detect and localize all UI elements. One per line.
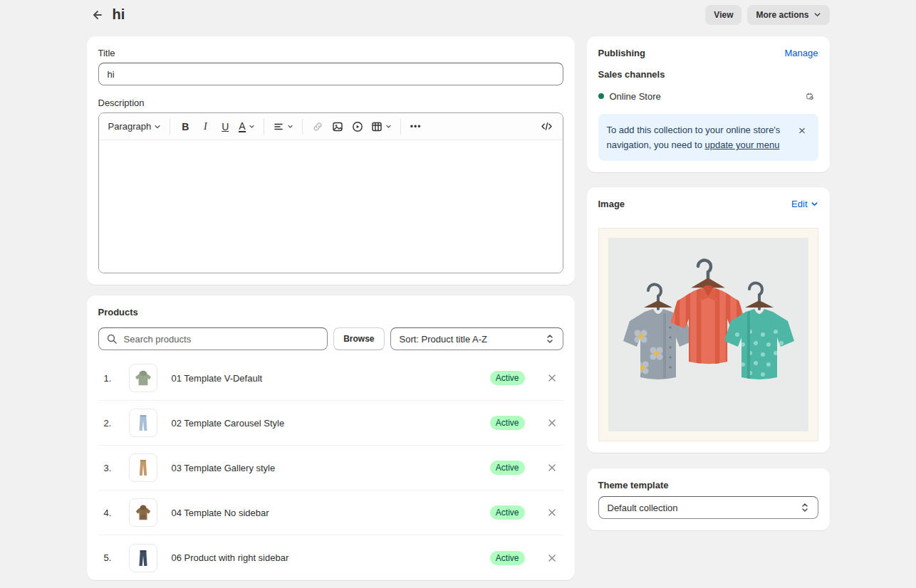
italic-button[interactable]: I (195, 117, 215, 137)
insert-image-button[interactable] (328, 117, 348, 137)
edit-link-label: Edit (791, 199, 807, 209)
underline-button[interactable]: U (215, 117, 235, 137)
close-icon (547, 373, 557, 383)
browse-button[interactable]: Browse (333, 327, 384, 350)
product-search[interactable] (98, 327, 328, 350)
product-thumbnail (129, 498, 157, 527)
product-title: 01 Template V-Default (172, 373, 490, 384)
product-thumbnail (129, 409, 157, 437)
edit-image-link[interactable]: Edit (791, 199, 818, 209)
chevron-down-icon (811, 200, 818, 208)
row-index: 4. (98, 508, 120, 518)
table-row: 3. 03 Template Gallery style Active (98, 446, 563, 490)
publishing-card: Publishing Manage Sales channels Online … (587, 36, 830, 172)
calendar-clock-icon (806, 90, 814, 103)
image-card: Image Edit (587, 187, 830, 453)
description-textarea[interactable] (99, 140, 563, 273)
channel-status-dot (598, 93, 604, 99)
close-icon (547, 463, 557, 473)
product-title: 02 Template Carousel Style (172, 418, 490, 429)
table-icon (371, 121, 382, 132)
schedule-publish-button[interactable] (801, 88, 818, 105)
collection-image[interactable] (598, 228, 818, 441)
caret-updown-icon (546, 334, 554, 344)
product-thumbnail (129, 453, 157, 482)
publishing-title: Publishing (598, 48, 645, 58)
view-button[interactable]: View (705, 5, 741, 25)
align-left-icon (273, 121, 284, 132)
chevron-down-icon (287, 123, 293, 130)
ellipsis-icon: ••• (410, 122, 422, 132)
caret-updown-icon (801, 503, 809, 513)
info-banner: To add this collection to your online st… (598, 114, 818, 161)
view-button-label: View (714, 10, 733, 20)
products-title: Products (98, 307, 563, 317)
jeans-dark-image (131, 546, 155, 570)
toolbar-divider (302, 119, 303, 135)
close-icon (547, 553, 557, 563)
jeans-light-image (131, 411, 155, 435)
toolbar-divider (264, 119, 264, 135)
text-color-button[interactable]: A (235, 117, 258, 137)
arrow-left-icon (90, 8, 104, 22)
remove-product-button[interactable] (542, 413, 562, 433)
chevron-down-icon (249, 123, 255, 130)
status-badge: Active (490, 505, 525, 520)
row-index: 1. (98, 373, 120, 384)
status-badge: Active (490, 416, 525, 430)
main-column: Title Description Paragraph B I (87, 36, 575, 580)
description-editor: Paragraph B I U A (98, 112, 563, 273)
paragraph-style-dropdown[interactable]: Paragraph (105, 117, 165, 137)
remove-product-button[interactable] (542, 548, 562, 568)
close-icon (798, 125, 806, 136)
search-icon (106, 333, 118, 345)
search-input[interactable] (123, 333, 321, 345)
shirts-illustration (608, 238, 808, 431)
toolbar-divider (170, 119, 170, 135)
more-formatting-button[interactable]: ••• (406, 117, 426, 137)
products-card: Products Browse Sort: Product title A-Z (87, 295, 575, 580)
insert-table-button[interactable] (368, 117, 395, 137)
insert-video-button[interactable] (348, 117, 368, 137)
row-index: 5. (98, 552, 120, 563)
code-icon (541, 121, 553, 132)
table-row: 2. 02 Template Carousel Style Active (98, 401, 563, 446)
dismiss-banner-button[interactable] (794, 122, 810, 138)
sort-select-value: Sort: Product title A-Z (400, 334, 488, 345)
product-title: 03 Template Gallery style (172, 463, 490, 473)
chevron-down-icon (385, 123, 392, 130)
title-input[interactable] (98, 63, 563, 85)
video-play-icon (352, 121, 363, 132)
sort-select[interactable]: Sort: Product title A-Z (390, 327, 563, 350)
manage-link[interactable]: Manage (785, 48, 818, 58)
theme-template-select[interactable]: Default collection (598, 496, 818, 519)
status-badge: Active (490, 461, 525, 475)
channel-name: Online Store (610, 91, 796, 102)
chevron-down-icon (154, 123, 161, 130)
remove-product-button[interactable] (542, 368, 562, 388)
image-title: Image (598, 199, 625, 209)
link-button[interactable] (308, 117, 328, 137)
hoodie-green-image (131, 366, 155, 390)
remove-product-button[interactable] (542, 503, 562, 523)
alignment-button[interactable] (269, 117, 297, 137)
close-icon (547, 508, 557, 518)
page-header: hi View More actions (87, 0, 830, 26)
show-html-button[interactable] (537, 117, 557, 137)
channel-row: Online Store (598, 88, 818, 105)
back-button[interactable] (87, 5, 107, 25)
update-menu-link[interactable]: update your menu (705, 140, 780, 150)
sales-channels-label: Sales channels (598, 69, 818, 80)
more-actions-button[interactable]: More actions (747, 5, 829, 25)
table-row: 1. 01 Template V-Default Active (98, 356, 563, 401)
description-label: Description (98, 98, 563, 108)
status-badge: Active (490, 551, 525, 565)
text-color-icon: A (239, 121, 245, 132)
remove-product-button[interactable] (542, 458, 562, 478)
row-index: 2. (98, 418, 120, 429)
theme-template-value: Default collection (608, 503, 678, 513)
bold-button[interactable]: B (175, 117, 195, 137)
more-actions-label: More actions (756, 10, 808, 20)
products-controls: Browse Sort: Product title A-Z (98, 327, 563, 350)
paragraph-style-label: Paragraph (108, 121, 152, 132)
